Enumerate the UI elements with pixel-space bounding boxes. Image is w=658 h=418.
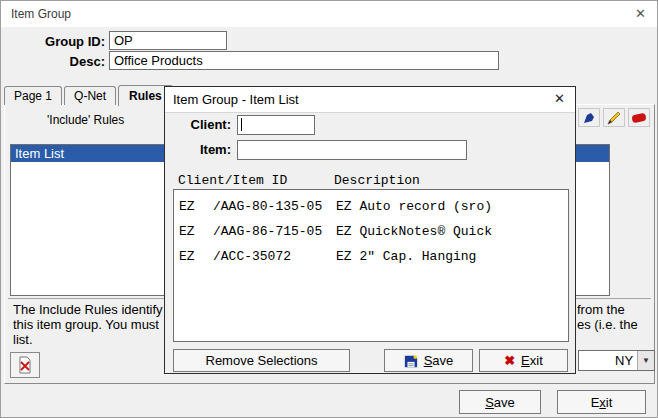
tab-strip: Page 1 Q-Net Rules [4, 86, 175, 105]
cell-client: EZ [179, 247, 213, 272]
column-header-client-item-id: Client/Item ID [178, 173, 287, 188]
region-combo[interactable]: NY ▼ [578, 350, 655, 371]
client-input[interactable] [237, 115, 315, 135]
pencil-button[interactable] [603, 108, 625, 127]
exit-button[interactable]: Exit [557, 390, 646, 414]
clear-list-button[interactable] [10, 352, 40, 378]
dialog-title: Item Group - Item List [173, 92, 299, 107]
close-icon[interactable]: ✕ [635, 6, 646, 21]
pen-icon [582, 111, 596, 125]
remove-selections-button[interactable]: Remove Selections [173, 349, 350, 372]
tab-qnet[interactable]: Q-Net [64, 86, 116, 105]
item-group-window: Item Group ✕ Group ID: Desc: Page 1 Q-Ne… [0, 0, 658, 418]
red-x-icon: ✖ [504, 354, 515, 367]
title-bar: Item Group ✕ [1, 1, 657, 27]
group-id-input[interactable] [109, 31, 227, 50]
cell-item-id: /AAG-80-135-05 [213, 197, 336, 222]
save-button-label: Save [424, 353, 454, 368]
exit-button-label: Exit [521, 353, 543, 368]
eraser-icon [631, 112, 647, 124]
dialog-save-button[interactable]: Save [384, 349, 473, 372]
floppy-disk-icon [404, 354, 418, 368]
cell-item-id: /ACC-35072 [213, 247, 336, 272]
document-x-icon [17, 356, 33, 374]
cell-client: EZ [179, 197, 213, 222]
help-text-right: from the es (i.e. the [577, 302, 638, 332]
cell-description: EZ 2" Cap. Hanging [336, 247, 563, 272]
chevron-down-icon[interactable]: ▼ [637, 351, 654, 370]
column-header-description: Description [334, 173, 420, 188]
table-row[interactable]: EZ /AAG-80-135-05 EZ Auto record (sro) [174, 197, 568, 222]
cell-client: EZ [179, 222, 213, 247]
group-id-label: Group ID: [15, 34, 105, 49]
save-button[interactable]: Save [459, 390, 541, 414]
item-list-dialog: Item Group - Item List ✕ Client: Item: C… [164, 86, 576, 374]
pen-button[interactable] [578, 108, 600, 127]
tab-page1[interactable]: Page 1 [4, 86, 62, 105]
text-cursor [241, 118, 242, 131]
item-input[interactable] [237, 140, 467, 160]
client-label: Client: [171, 117, 231, 132]
desc-input[interactable] [109, 51, 499, 70]
cell-item-id: /AAG-86-715-05 [213, 222, 336, 247]
save-button-label: Save [485, 395, 515, 410]
item-list[interactable]: EZ /AAG-80-135-05 EZ Auto record (sro) E… [173, 189, 569, 342]
exit-button-label: Exit [591, 395, 613, 410]
window-title: Item Group [11, 7, 71, 21]
dialog-close-icon[interactable]: ✕ [554, 91, 565, 106]
item-label: Item: [171, 142, 231, 157]
include-rules-label: 'Include' Rules [47, 113, 124, 127]
help-text-left: The Include Rules identify v this item g… [13, 302, 173, 347]
dialog-title-bar: Item Group - Item List ✕ [165, 87, 575, 113]
eraser-button[interactable] [628, 108, 650, 127]
combo-value: NY [615, 353, 633, 368]
dialog-exit-button[interactable]: ✖ Exit [479, 349, 568, 372]
cell-description: EZ QuickNotes® Quick [336, 222, 563, 247]
table-row[interactable]: EZ /ACC-35072 EZ 2" Cap. Hanging [174, 247, 568, 272]
desc-label: Desc: [15, 54, 105, 69]
cell-description: EZ Auto record (sro) [336, 197, 563, 222]
pencil-icon [607, 111, 621, 125]
table-row[interactable]: EZ /AAG-86-715-05 EZ QuickNotes® Quick [174, 222, 568, 247]
rules-toolbar [578, 108, 650, 127]
